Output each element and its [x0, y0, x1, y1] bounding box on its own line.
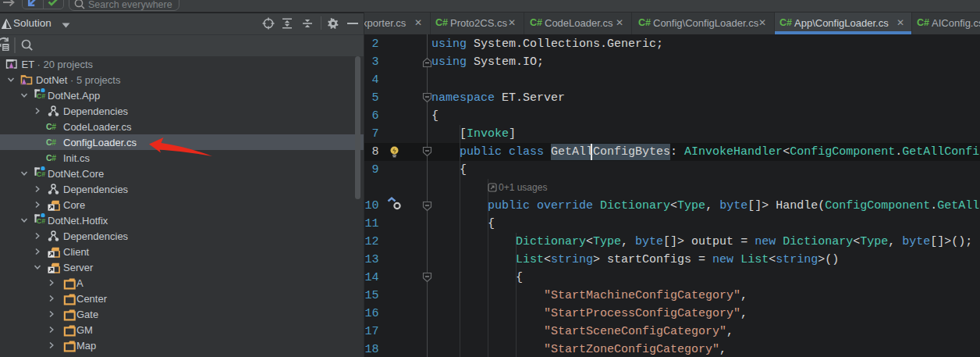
svg-text:#: # [51, 123, 56, 131]
svg-text:C#: C# [36, 217, 44, 225]
svg-text:C#: C# [36, 170, 44, 178]
svg-text:C#: C# [36, 92, 44, 100]
svg-text:#: # [51, 138, 56, 147]
svg-text:#: # [51, 154, 56, 162]
